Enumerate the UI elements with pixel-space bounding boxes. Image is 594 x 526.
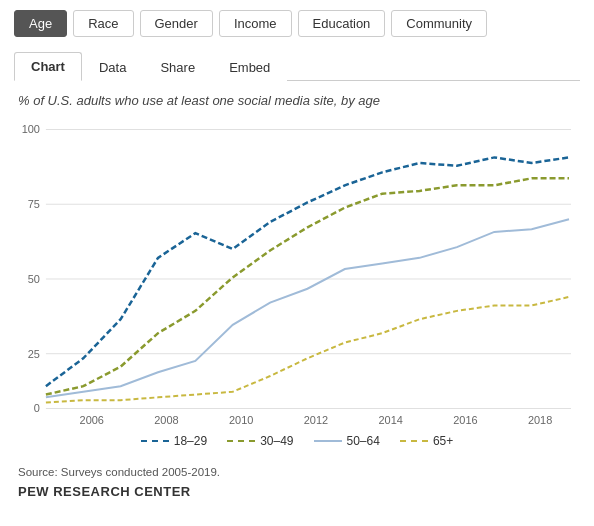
tab-age[interactable]: Age	[14, 10, 67, 37]
legend-label-50-64: 50–64	[347, 434, 380, 448]
line-50-64	[46, 219, 569, 397]
sub-tab-bar: Chart Data Share Embed	[14, 51, 580, 81]
tab-gender[interactable]: Gender	[140, 10, 213, 37]
subtab-share[interactable]: Share	[143, 52, 212, 81]
legend-30-49: 30–49	[227, 434, 293, 448]
svg-text:2016: 2016	[453, 414, 477, 426]
legend-label-30-49: 30–49	[260, 434, 293, 448]
chart-title: % of U.S. adults who use at least one so…	[18, 93, 576, 108]
legend-50-64: 50–64	[314, 434, 380, 448]
legend-label-65plus: 65+	[433, 434, 453, 448]
svg-text:0: 0	[34, 402, 40, 414]
svg-text:2018: 2018	[528, 414, 552, 426]
svg-text:2008: 2008	[154, 414, 178, 426]
tab-race[interactable]: Race	[73, 10, 133, 37]
line-18-29	[46, 157, 569, 386]
top-tab-bar: Age Race Gender Income Education Communi…	[14, 10, 580, 37]
pew-brand: PEW RESEARCH CENTER	[18, 484, 576, 499]
svg-text:2014: 2014	[378, 414, 402, 426]
svg-text:75: 75	[28, 198, 40, 210]
svg-text:50: 50	[28, 273, 40, 285]
legend-line-50-64	[314, 440, 342, 442]
svg-text:100: 100	[22, 123, 40, 135]
legend-line-30-49	[227, 440, 255, 442]
chart-container: % of U.S. adults who use at least one so…	[14, 93, 580, 499]
chart-wrapper: 100 75 50 25 0 2006 2008 2010 2012 2014 …	[18, 116, 576, 426]
svg-text:2006: 2006	[80, 414, 104, 426]
tab-income[interactable]: Income	[219, 10, 292, 37]
legend-18-29: 18–29	[141, 434, 207, 448]
subtab-chart[interactable]: Chart	[14, 52, 82, 81]
legend-line-18-29	[141, 440, 169, 442]
subtab-embed[interactable]: Embed	[212, 52, 287, 81]
subtab-data[interactable]: Data	[82, 52, 143, 81]
legend-label-18-29: 18–29	[174, 434, 207, 448]
tab-education[interactable]: Education	[298, 10, 386, 37]
legend-65plus: 65+	[400, 434, 453, 448]
chart-legend: 18–29 30–49 50–64 65+	[18, 434, 576, 448]
svg-text:25: 25	[28, 348, 40, 360]
svg-text:2010: 2010	[229, 414, 253, 426]
legend-line-65plus	[400, 440, 428, 442]
source-text: Source: Surveys conducted 2005-2019.	[18, 466, 576, 478]
tab-community[interactable]: Community	[391, 10, 487, 37]
line-chart-svg: 100 75 50 25 0 2006 2008 2010 2012 2014 …	[18, 116, 576, 426]
line-30-49	[46, 178, 569, 394]
svg-text:2012: 2012	[304, 414, 328, 426]
